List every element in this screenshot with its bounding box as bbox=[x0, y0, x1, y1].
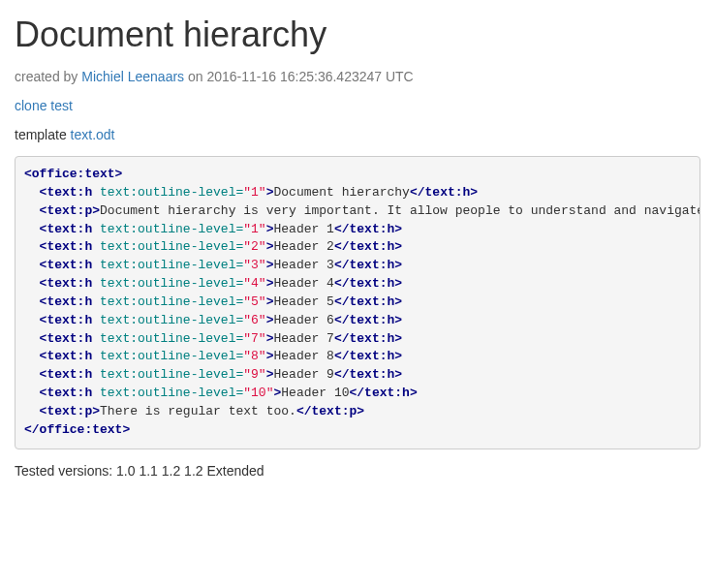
clone-link[interactable]: clone test bbox=[15, 98, 73, 113]
created-on: on 2016-11-16 16:25:36.423247 UTC bbox=[184, 69, 414, 84]
template-file-link[interactable]: text.odt bbox=[71, 127, 115, 142]
tested-versions-value: 1.0 1.1 1.2 1.2 Extended bbox=[116, 463, 264, 479]
clone-line: clone test bbox=[15, 98, 700, 113]
created-by-prefix: created by bbox=[15, 69, 81, 84]
tested-versions-line: Tested versions: 1.0 1.1 1.2 1.2 Extende… bbox=[15, 463, 700, 479]
created-by-line: created by Michiel Leenaars on 2016-11-1… bbox=[15, 69, 700, 84]
page-title: Document hierarchy bbox=[15, 15, 700, 55]
tested-versions-label: Tested versions: bbox=[15, 463, 116, 479]
template-line: template text.odt bbox=[15, 127, 700, 142]
xml-code-block: <office:text> <text:h text:outline-level… bbox=[15, 156, 700, 449]
template-label: template bbox=[15, 127, 71, 142]
author-link[interactable]: Michiel Leenaars bbox=[81, 69, 184, 84]
